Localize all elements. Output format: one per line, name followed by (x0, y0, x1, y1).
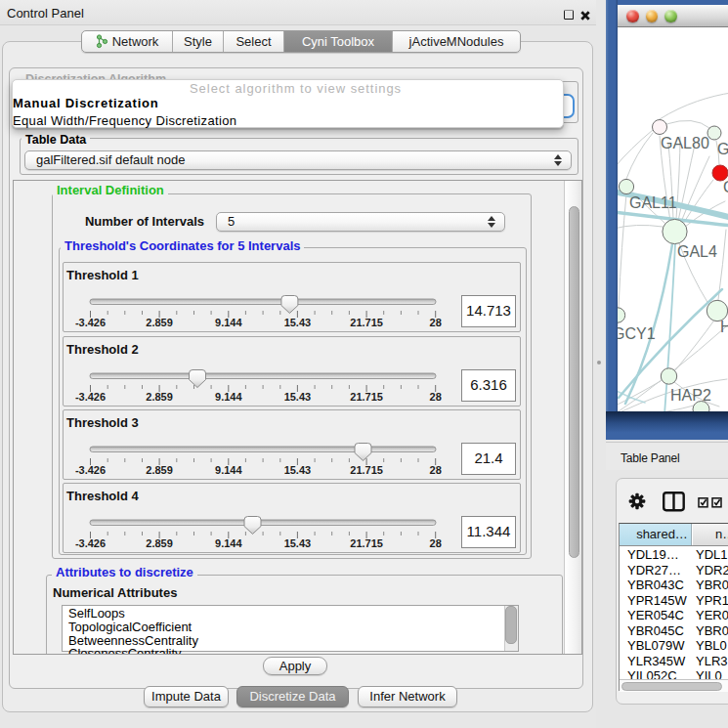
svg-text:15.43: 15.43 (284, 464, 312, 476)
svg-text:2.859: 2.859 (146, 317, 173, 328)
svg-text:28: 28 (430, 464, 442, 476)
svg-text:28: 28 (430, 317, 442, 328)
svg-text:HA: HA (720, 319, 728, 335)
svg-text:2.859: 2.859 (146, 391, 173, 403)
svg-text:GA: GA (717, 141, 728, 157)
svg-text:2.859: 2.859 (146, 537, 173, 549)
svg-text:-3.426: -3.426 (75, 464, 106, 476)
svg-text:9.144: 9.144 (215, 391, 242, 403)
svg-text:21.715: 21.715 (350, 464, 383, 476)
svg-text:15.43: 15.43 (284, 537, 312, 549)
svg-text:21.715: 21.715 (350, 391, 383, 403)
svg-text:GAL80: GAL80 (661, 135, 709, 151)
svg-text:GAL4: GAL4 (677, 243, 717, 260)
svg-text:28: 28 (430, 391, 442, 403)
svg-text:28: 28 (430, 537, 442, 549)
svg-text:GAL11: GAL11 (629, 194, 677, 211)
svg-text:GCY1: GCY1 (618, 325, 656, 342)
svg-text:21.715: 21.715 (350, 317, 383, 328)
svg-text:9.144: 9.144 (215, 464, 242, 476)
svg-text:21.715: 21.715 (350, 537, 383, 549)
svg-text:15.43: 15.43 (284, 391, 312, 403)
svg-text:2.859: 2.859 (146, 464, 173, 476)
svg-text:HAP2: HAP2 (670, 387, 711, 404)
svg-text:9.144: 9.144 (215, 537, 242, 549)
svg-text:-3.426: -3.426 (75, 317, 106, 328)
svg-text:CY: CY (723, 179, 728, 195)
svg-text:15.43: 15.43 (284, 317, 312, 328)
svg-text:-3.426: -3.426 (75, 391, 106, 403)
svg-text:-3.426: -3.426 (75, 537, 106, 549)
svg-text:9.144: 9.144 (215, 317, 242, 328)
